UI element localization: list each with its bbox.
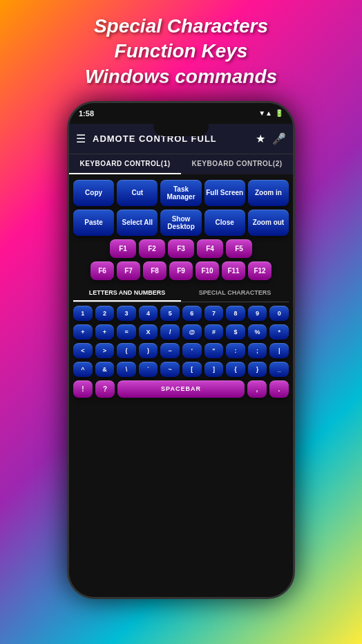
key-9[interactable]: 9: [248, 306, 267, 321]
key-at[interactable]: @: [182, 324, 202, 340]
exclaim-button[interactable]: !: [73, 380, 93, 398]
bottom-row: ! ? SPACEBAR , .: [73, 380, 289, 398]
task-manager-button[interactable]: Task Manager: [160, 180, 201, 206]
key-underscore[interactable]: _: [269, 362, 289, 377]
key-3[interactable]: 3: [117, 306, 136, 321]
key-7[interactable]: 7: [204, 306, 224, 321]
button-row-1: Copy Cut Task Manager Full Screen Zoom i…: [73, 180, 289, 206]
sub-tabs: LETTERS AND NUMBERS SPECIAL CHARACTERS: [73, 285, 289, 302]
full-screen-button[interactable]: Full Screen: [204, 180, 245, 206]
key-rparen[interactable]: ): [139, 343, 158, 358]
question-button[interactable]: ?: [95, 380, 115, 398]
f4-button[interactable]: F4: [197, 239, 223, 258]
key-hash[interactable]: #: [204, 324, 224, 340]
key-8[interactable]: 8: [226, 306, 245, 321]
key-minus[interactable]: −: [160, 343, 180, 358]
number-row: 1 2 3 4 5 6 7 8 9 0: [73, 306, 289, 321]
key-amp[interactable]: &: [95, 362, 115, 377]
key-percent[interactable]: %: [248, 324, 267, 340]
header-line3: Windows commands: [0, 64, 362, 89]
f3-button[interactable]: F3: [168, 239, 194, 258]
header-line1: Special Characters: [0, 14, 362, 39]
key-1[interactable]: 1: [73, 306, 93, 321]
paste-button[interactable]: Paste: [73, 210, 114, 236]
key-0[interactable]: 0: [269, 306, 289, 321]
tab-keyboard-2[interactable]: KEYBOARD CONTROL(2): [181, 154, 293, 174]
close-button[interactable]: Close: [204, 210, 245, 236]
sub-tab-letters[interactable]: LETTERS AND NUMBERS: [73, 285, 181, 302]
f8-button[interactable]: F8: [143, 261, 166, 280]
key-4[interactable]: 4: [139, 306, 158, 321]
key-tilde[interactable]: ~: [160, 362, 180, 377]
select-all-button[interactable]: Select All: [117, 210, 158, 236]
status-bar: 1:58 ▼▲ 🔋: [69, 103, 293, 124]
key-lbracket[interactable]: [: [182, 362, 202, 377]
key-semicolon[interactable]: ;: [248, 343, 267, 358]
menu-icon[interactable]: ☰: [76, 132, 86, 145]
status-time: 1:58: [79, 109, 94, 118]
mic-icon[interactable]: 🎤: [272, 132, 286, 145]
keyboard-area: Copy Cut Task Manager Full Screen Zoom i…: [69, 174, 293, 597]
tab-keyboard-1[interactable]: KEYBOARD CONTROL(1): [69, 154, 181, 174]
spacebar-button[interactable]: SPACEBAR: [117, 380, 245, 398]
cut-button[interactable]: Cut: [117, 180, 158, 206]
symbol-row-2: < > ( ) − ' " : ; |: [73, 343, 289, 358]
key-6[interactable]: 6: [182, 306, 202, 321]
fkey-row-2: F6 F7 F8 F9 F10 F11 F12: [73, 261, 289, 280]
key-dquote[interactable]: ": [204, 343, 224, 358]
phone-device: 1:58 ▼▲ 🔋 ☰ ADMOTE CONTROL FULL ★ 🎤 KEYB…: [67, 101, 295, 599]
key-asterisk[interactable]: *: [269, 324, 289, 340]
key-backtick[interactable]: `: [139, 362, 158, 377]
f6-button[interactable]: F6: [90, 261, 114, 280]
f11-button[interactable]: F11: [222, 261, 245, 280]
key-rbracket[interactable]: ]: [204, 362, 224, 377]
key-backslash[interactable]: \: [117, 362, 136, 377]
copy-button[interactable]: Copy: [73, 180, 114, 206]
key-slash[interactable]: /: [160, 324, 180, 340]
key-2[interactable]: 2: [95, 306, 115, 321]
key-rcurly[interactable]: }: [248, 362, 267, 377]
key-squote[interactable]: ': [182, 343, 202, 358]
button-row-2: Paste Select All Show Desktop Close Zoom…: [73, 210, 289, 236]
key-lcurly[interactable]: {: [226, 362, 245, 377]
key-lt[interactable]: <: [73, 343, 93, 358]
promo-header: Special Characters Function Keys Windows…: [0, 14, 362, 89]
fkey-row-1: F1 F2 F3 F4 F5: [73, 239, 289, 258]
header-line2: Function Keys: [0, 39, 362, 64]
key-plus[interactable]: +: [73, 324, 93, 340]
zoom-out-button[interactable]: Zoom out: [248, 210, 289, 236]
sub-tab-special[interactable]: SPECIAL CHARACTERS: [181, 285, 289, 302]
show-desktop-button[interactable]: Show Desktop: [160, 210, 201, 236]
key-x[interactable]: X: [139, 324, 158, 340]
key-gt[interactable]: >: [95, 343, 115, 358]
f9-button[interactable]: F9: [169, 261, 193, 280]
zoom-in-button[interactable]: Zoom in: [248, 180, 289, 206]
key-pipe[interactable]: |: [269, 343, 289, 358]
header-action-icons: ★ 🎤: [256, 132, 286, 145]
f2-button[interactable]: F2: [139, 239, 165, 258]
key-lparen[interactable]: (: [117, 343, 136, 358]
period-button[interactable]: .: [269, 380, 289, 398]
status-icons: ▼▲ 🔋: [258, 109, 283, 117]
key-colon[interactable]: :: [226, 343, 245, 358]
battery-icon: 🔋: [275, 109, 283, 117]
key-dollar[interactable]: $: [226, 324, 245, 340]
star-icon[interactable]: ★: [256, 132, 265, 145]
f10-button[interactable]: F10: [196, 261, 219, 280]
symbol-row-3: ^ & \ ` ~ [ ] { } _: [73, 362, 289, 377]
f12-button[interactable]: F12: [248, 261, 272, 280]
f7-button[interactable]: F7: [117, 261, 140, 280]
f5-button[interactable]: F5: [226, 239, 252, 258]
main-tabs: KEYBOARD CONTROL(1) KEYBOARD CONTROL(2): [69, 154, 293, 174]
f1-button[interactable]: F1: [110, 239, 136, 258]
comma-button[interactable]: ,: [247, 380, 267, 398]
key-5[interactable]: 5: [160, 306, 180, 321]
phone-notch: [153, 124, 209, 136]
wifi-icon: ▼▲: [258, 109, 272, 117]
key-plus2[interactable]: +: [95, 324, 115, 340]
key-equals[interactable]: =: [117, 324, 136, 340]
symbol-row-1: + + = X / @ # $ % *: [73, 324, 289, 340]
key-caret[interactable]: ^: [73, 362, 93, 377]
